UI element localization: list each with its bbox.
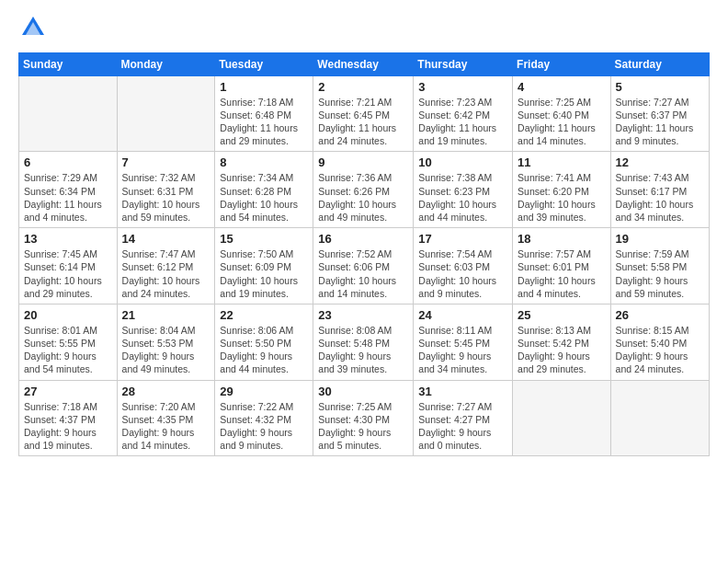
day-number: 21 [122, 308, 210, 322]
day-info: Sunrise: 7:47 AMSunset: 6:12 PMDaylight:… [122, 247, 210, 300]
day-number: 5 [616, 80, 704, 94]
day-number: 20 [24, 308, 112, 322]
calendar-cell: 14Sunrise: 7:47 AMSunset: 6:12 PMDayligh… [117, 228, 215, 304]
calendar-cell: 28Sunrise: 7:20 AMSunset: 4:35 PMDayligh… [117, 380, 215, 456]
calendar-cell: 30Sunrise: 7:25 AMSunset: 4:30 PMDayligh… [313, 380, 414, 456]
calendar-cell: 17Sunrise: 7:54 AMSunset: 6:03 PMDayligh… [414, 228, 513, 304]
day-info: Sunrise: 7:34 AMSunset: 6:28 PMDaylight:… [220, 171, 308, 224]
day-number: 2 [318, 80, 408, 94]
day-info: Sunrise: 7:45 AMSunset: 6:14 PMDaylight:… [24, 247, 112, 300]
calendar-week-row: 13Sunrise: 7:45 AMSunset: 6:14 PMDayligh… [19, 228, 710, 304]
day-info: Sunrise: 7:57 AMSunset: 6:01 PMDaylight:… [518, 247, 606, 300]
day-of-week-header: Thursday [414, 52, 513, 75]
day-number: 30 [318, 385, 408, 398]
calendar-cell [117, 75, 215, 152]
day-number: 12 [616, 155, 704, 169]
logo-icon [20, 15, 46, 40]
day-of-week-header: Wednesday [313, 52, 414, 75]
calendar-cell: 12Sunrise: 7:43 AMSunset: 6:17 PMDayligh… [610, 152, 709, 228]
day-info: Sunrise: 7:32 AMSunset: 6:31 PMDaylight:… [122, 171, 210, 224]
day-number: 8 [220, 155, 308, 169]
logo [18, 15, 46, 45]
calendar-cell: 24Sunrise: 8:11 AMSunset: 5:45 PMDayligh… [414, 304, 513, 380]
day-info: Sunrise: 8:06 AMSunset: 5:50 PMDaylight:… [220, 324, 308, 376]
day-info: Sunrise: 7:18 AMSunset: 6:48 PMDaylight:… [220, 96, 308, 148]
calendar-cell: 4Sunrise: 7:25 AMSunset: 6:40 PMDaylight… [513, 75, 611, 152]
day-of-week-header: Saturday [610, 52, 709, 75]
day-info: Sunrise: 8:11 AMSunset: 5:45 PMDaylight:… [418, 324, 507, 376]
calendar-week-row: 27Sunrise: 7:18 AMSunset: 4:37 PMDayligh… [19, 380, 710, 456]
calendar-cell: 31Sunrise: 7:27 AMSunset: 4:27 PMDayligh… [414, 380, 513, 456]
calendar: SundayMondayTuesdayWednesdayThursdayFrid… [18, 52, 710, 456]
day-number: 19 [616, 232, 704, 246]
calendar-cell: 2Sunrise: 7:21 AMSunset: 6:45 PMDaylight… [313, 75, 414, 152]
calendar-cell: 3Sunrise: 7:23 AMSunset: 6:42 PMDaylight… [414, 75, 513, 152]
calendar-cell: 25Sunrise: 8:13 AMSunset: 5:42 PMDayligh… [513, 304, 611, 380]
calendar-week-row: 20Sunrise: 8:01 AMSunset: 5:55 PMDayligh… [19, 304, 710, 380]
calendar-cell: 16Sunrise: 7:52 AMSunset: 6:06 PMDayligh… [313, 228, 414, 304]
day-number: 26 [616, 308, 704, 322]
day-of-week-header: Sunday [19, 52, 118, 75]
day-info: Sunrise: 8:01 AMSunset: 5:55 PMDaylight:… [24, 324, 112, 376]
day-info: Sunrise: 7:23 AMSunset: 6:42 PMDaylight:… [418, 96, 507, 148]
day-info: Sunrise: 7:27 AMSunset: 4:27 PMDaylight:… [418, 400, 507, 453]
day-number: 10 [418, 155, 507, 169]
day-info: Sunrise: 7:43 AMSunset: 6:17 PMDaylight:… [616, 171, 704, 224]
day-number: 15 [220, 232, 308, 246]
calendar-cell: 5Sunrise: 7:27 AMSunset: 6:37 PMDaylight… [610, 75, 709, 152]
day-info: Sunrise: 7:18 AMSunset: 4:37 PMDaylight:… [24, 400, 112, 453]
day-of-week-header: Friday [513, 52, 611, 75]
calendar-cell: 20Sunrise: 8:01 AMSunset: 5:55 PMDayligh… [19, 304, 118, 380]
day-info: Sunrise: 7:20 AMSunset: 4:35 PMDaylight:… [122, 400, 210, 453]
header [18, 15, 710, 45]
calendar-cell [610, 380, 709, 456]
calendar-cell: 10Sunrise: 7:38 AMSunset: 6:23 PMDayligh… [414, 152, 513, 228]
day-number: 18 [518, 232, 606, 246]
calendar-cell [19, 75, 118, 152]
calendar-week-row: 1Sunrise: 7:18 AMSunset: 6:48 PMDaylight… [19, 75, 710, 152]
day-number: 27 [24, 385, 112, 398]
day-number: 11 [518, 155, 606, 169]
day-number: 6 [24, 155, 112, 169]
day-number: 31 [418, 385, 507, 398]
day-number: 29 [220, 385, 308, 398]
day-number: 28 [122, 385, 210, 398]
day-info: Sunrise: 7:29 AMSunset: 6:34 PMDaylight:… [24, 171, 112, 224]
calendar-cell: 29Sunrise: 7:22 AMSunset: 4:32 PMDayligh… [215, 380, 313, 456]
calendar-cell: 23Sunrise: 8:08 AMSunset: 5:48 PMDayligh… [313, 304, 414, 380]
day-number: 3 [418, 80, 507, 94]
calendar-cell: 21Sunrise: 8:04 AMSunset: 5:53 PMDayligh… [117, 304, 215, 380]
day-number: 17 [418, 232, 507, 246]
day-info: Sunrise: 8:15 AMSunset: 5:40 PMDaylight:… [616, 324, 704, 376]
day-number: 22 [220, 308, 308, 322]
day-of-week-header: Tuesday [215, 52, 313, 75]
day-info: Sunrise: 7:54 AMSunset: 6:03 PMDaylight:… [418, 247, 507, 300]
calendar-cell: 19Sunrise: 7:59 AMSunset: 5:58 PMDayligh… [610, 228, 709, 304]
day-info: Sunrise: 7:36 AMSunset: 6:26 PMDaylight:… [318, 171, 408, 224]
calendar-cell: 6Sunrise: 7:29 AMSunset: 6:34 PMDaylight… [19, 152, 118, 228]
calendar-cell: 15Sunrise: 7:50 AMSunset: 6:09 PMDayligh… [215, 228, 313, 304]
day-info: Sunrise: 7:52 AMSunset: 6:06 PMDaylight:… [318, 247, 408, 300]
calendar-cell [513, 380, 611, 456]
calendar-cell: 8Sunrise: 7:34 AMSunset: 6:28 PMDaylight… [215, 152, 313, 228]
day-info: Sunrise: 7:22 AMSunset: 4:32 PMDaylight:… [220, 400, 308, 453]
calendar-cell: 9Sunrise: 7:36 AMSunset: 6:26 PMDaylight… [313, 152, 414, 228]
day-info: Sunrise: 8:04 AMSunset: 5:53 PMDaylight:… [122, 324, 210, 376]
page: SundayMondayTuesdayWednesdayThursdayFrid… [0, 0, 728, 563]
calendar-week-row: 6Sunrise: 7:29 AMSunset: 6:34 PMDaylight… [19, 152, 710, 228]
day-number: 25 [518, 308, 606, 322]
day-info: Sunrise: 8:08 AMSunset: 5:48 PMDaylight:… [318, 324, 408, 376]
day-number: 1 [220, 80, 308, 94]
day-info: Sunrise: 7:59 AMSunset: 5:58 PMDaylight:… [616, 247, 704, 300]
day-number: 14 [122, 232, 210, 246]
calendar-cell: 22Sunrise: 8:06 AMSunset: 5:50 PMDayligh… [215, 304, 313, 380]
calendar-cell: 27Sunrise: 7:18 AMSunset: 4:37 PMDayligh… [19, 380, 118, 456]
calendar-cell: 26Sunrise: 8:15 AMSunset: 5:40 PMDayligh… [610, 304, 709, 380]
day-number: 16 [318, 232, 408, 246]
day-info: Sunrise: 7:21 AMSunset: 6:45 PMDaylight:… [318, 96, 408, 148]
day-info: Sunrise: 7:27 AMSunset: 6:37 PMDaylight:… [616, 96, 704, 148]
calendar-cell: 1Sunrise: 7:18 AMSunset: 6:48 PMDaylight… [215, 75, 313, 152]
day-number: 13 [24, 232, 112, 246]
day-info: Sunrise: 7:41 AMSunset: 6:20 PMDaylight:… [518, 171, 606, 224]
day-number: 9 [318, 155, 408, 169]
